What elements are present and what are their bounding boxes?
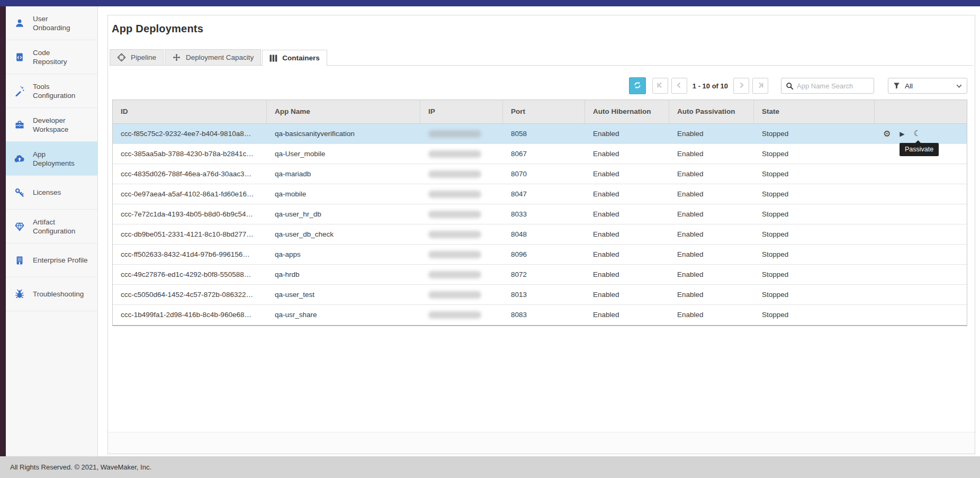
cell-state: Stopped	[754, 224, 875, 244]
cell-auto-hibernation: Enabled	[585, 245, 669, 264]
prev-page-button[interactable]	[671, 78, 687, 94]
cell-id: ccc-f85c75c2-9232-4ee7-b404-9810a8…	[113, 124, 267, 143]
refresh-button[interactable]	[629, 77, 646, 94]
table-row-qa-mariadb[interactable]: ccc-4835d026-788f-46ea-a76d-30aac3…qa-ma…	[113, 164, 967, 184]
cell-auto-hibernation: Enabled	[585, 124, 669, 143]
cell-ip	[420, 204, 503, 224]
app-name-search-box	[781, 78, 874, 94]
move-icon	[172, 53, 181, 62]
sidebar-item-troubleshooting[interactable]: Troubleshooting	[6, 277, 97, 311]
sidebar-item-licenses[interactable]: Licenses	[6, 176, 97, 210]
sidebar-item-artifact-configuration[interactable]: ArtifactConfiguration	[6, 210, 97, 243]
card-footer-strip	[108, 432, 975, 454]
cell-id: ccc-385aa5ab-3788-4230-b78a-b2841c…	[113, 144, 267, 164]
filter-select[interactable]: All	[888, 78, 967, 94]
run-icon[interactable]: ▶	[900, 131, 904, 137]
cell-ip	[420, 245, 503, 264]
table-row-qa-usr-share[interactable]: ccc-1b499fa1-2d98-416b-8c4b-960e68…qa-us…	[113, 305, 967, 325]
sidebar-item-label: Enterprise Profile	[33, 256, 88, 265]
table-row-qa-user-db-check[interactable]: ccc-db9be051-2331-4121-8c10-8bd277…qa-us…	[113, 224, 967, 245]
cell-actions	[875, 224, 968, 244]
cell-auto-passivation: Enabled	[669, 245, 754, 264]
first-page-button[interactable]	[652, 78, 668, 94]
cell-app-name: qa-user_test	[267, 285, 420, 304]
sidebar-item-code-repository[interactable]: CodeRepository	[6, 40, 97, 74]
cell-actions	[875, 184, 968, 204]
table-row-qa-basicsanityverification[interactable]: ccc-f85c75c2-9232-4ee7-b404-9810a8…qa-ba…	[113, 124, 967, 144]
table-row-qa-mobile[interactable]: ccc-0e97aea4-a5af-4102-86a1-fd60e16…qa-m…	[113, 184, 967, 204]
sidebar-item-developer-workspace[interactable]: DeveloperWorkspace	[6, 108, 97, 142]
columns-icon	[269, 54, 277, 62]
cell-app-name: qa-hrdb	[267, 265, 420, 284]
cell-auto-passivation: Enabled	[669, 164, 754, 184]
search-icon	[786, 82, 794, 90]
cell-app-name: qa-usr_share	[267, 305, 420, 325]
user-icon	[14, 17, 25, 29]
column-header-app-name: App Name	[267, 100, 420, 123]
sidebar-item-label: CodeRepository	[33, 48, 67, 66]
cell-app-name: qa-user_db_check	[267, 224, 420, 244]
key-icon	[14, 187, 25, 199]
cell-actions	[875, 245, 968, 264]
tab-containers[interactable]: Containers	[262, 50, 327, 66]
cell-ip	[420, 224, 503, 244]
bug-icon	[14, 288, 25, 300]
column-header-state: State	[754, 100, 875, 123]
column-header-auto-hibernation: Auto Hibernation	[585, 100, 669, 123]
chevron-down-icon	[956, 84, 962, 88]
prev-page-icon	[675, 80, 684, 92]
sidebar-item-app-deployments[interactable]: AppDeployments	[6, 142, 97, 176]
cell-ip	[420, 184, 503, 204]
gem-icon	[14, 221, 25, 232]
cell-app-name: qa-apps	[267, 245, 420, 264]
redacted-ip	[428, 130, 481, 138]
cell-auto-hibernation: Enabled	[585, 164, 669, 184]
next-page-button[interactable]	[733, 78, 749, 94]
cell-auto-passivation: Enabled	[669, 184, 754, 204]
sidebar-item-enterprise-profile[interactable]: Enterprise Profile	[6, 243, 97, 277]
first-page-icon	[655, 80, 665, 92]
cell-actions: ⚙▶☾	[875, 124, 968, 143]
redacted-ip	[428, 291, 481, 299]
last-page-button[interactable]	[752, 78, 768, 94]
cell-actions	[875, 164, 968, 184]
sidebar-item-tools-configuration[interactable]: ToolsConfiguration	[6, 74, 97, 108]
tab-label: Pipeline	[131, 53, 156, 61]
cell-id: ccc-7e72c1da-4193-4b05-b8d0-6b9c54…	[113, 204, 267, 224]
cell-auto-hibernation: Enabled	[585, 144, 669, 164]
refresh-icon	[633, 81, 642, 91]
cell-ip	[420, 164, 503, 184]
redacted-ip	[428, 271, 481, 278]
cell-id: ccc-4835d026-788f-46ea-a76d-30aac3…	[113, 164, 267, 184]
tab-deployment-capacity[interactable]: Deployment Capacity	[165, 49, 261, 66]
table-row-qa-apps[interactable]: ccc-ff502633-8432-41d4-97b6-996156…qa-ap…	[113, 245, 967, 265]
cell-auto-passivation: Enabled	[669, 144, 754, 164]
table-row-qa-user-mobile[interactable]: ccc-385aa5ab-3788-4230-b78a-b2841c…qa-Us…	[113, 144, 967, 164]
table-row-qa-user-hr-db[interactable]: ccc-7e72c1da-4193-4b05-b8d0-6b9c54…qa-us…	[113, 204, 967, 224]
cell-state: Stopped	[754, 164, 875, 184]
cell-app-name: qa-user_hr_db	[267, 204, 420, 224]
table-row-qa-hrdb[interactable]: ccc-49c27876-ed1c-4292-b0f8-550588…qa-hr…	[113, 265, 967, 285]
search-input[interactable]	[797, 82, 866, 90]
cell-auto-hibernation: Enabled	[585, 285, 669, 304]
sidebar-item-label: DeveloperWorkspace	[33, 116, 68, 134]
sidebar-item-user-onboarding[interactable]: UserOnboarding	[6, 6, 97, 40]
passivate-icon[interactable]: ☾	[914, 130, 921, 138]
cloud-upload-icon	[14, 153, 25, 165]
table-header-row: IDApp NameIPPortAuto HibernationAuto Pas…	[113, 100, 967, 124]
next-page-icon	[736, 80, 746, 92]
cell-port: 8033	[503, 204, 585, 224]
column-header-actions	[875, 100, 968, 123]
cell-auto-hibernation: Enabled	[585, 224, 669, 244]
briefcase-icon	[14, 119, 25, 131]
sidebar: UserOnboardingCodeRepositoryToolsConfigu…	[6, 6, 98, 456]
cell-auto-passivation: Enabled	[669, 124, 754, 143]
table-row-qa-user-test[interactable]: ccc-c5050d64-1452-4c57-872b-086322…qa-us…	[113, 285, 967, 305]
cell-id: ccc-db9be051-2331-4121-8c10-8bd277…	[113, 224, 267, 244]
tab-pipeline[interactable]: Pipeline	[110, 49, 164, 66]
top-accent-bar	[0, 0, 980, 6]
cell-id: ccc-c5050d64-1452-4c57-872b-086322…	[113, 285, 267, 304]
settings-icon[interactable]: ⚙	[883, 130, 891, 138]
cell-id: ccc-1b499fa1-2d98-416b-8c4b-960e68…	[113, 305, 267, 325]
redacted-ip	[428, 311, 481, 319]
